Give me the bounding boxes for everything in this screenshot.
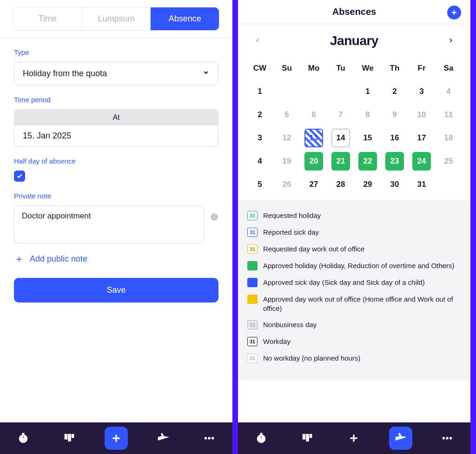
calendar-day[interactable]: 29 xyxy=(354,173,381,196)
calendar-day[interactable]: 28 xyxy=(327,173,354,196)
calendar-header-row: CW Su Mo Tu We Th Fr Sa xyxy=(246,57,462,80)
tab-absence[interactable]: Absence xyxy=(151,7,219,30)
calendar-day[interactable]: 31 xyxy=(408,173,435,196)
plus-icon: ＋ xyxy=(14,252,24,266)
page-title: Absences xyxy=(332,7,377,17)
legend-requested-holiday: 31 Requested holiday xyxy=(247,207,461,224)
cal-head-fr: Fr xyxy=(408,57,435,80)
private-note-value: Doctor appointment xyxy=(22,211,91,220)
calendar-day[interactable]: 20 xyxy=(300,150,327,173)
period-at-header[interactable]: At xyxy=(14,110,218,125)
calendar-day[interactable]: 21 xyxy=(327,150,354,173)
calendar-week-row: 5262728293031 xyxy=(246,173,462,196)
add-public-note[interactable]: ＋ Add public note xyxy=(14,243,218,268)
calendar-day[interactable]: 4 xyxy=(435,80,462,103)
bottom-nav-right xyxy=(238,422,470,454)
calendar-day[interactable]: 19 xyxy=(273,150,300,173)
calendar-day[interactable]: 6 xyxy=(300,103,327,126)
svg-rect-17 xyxy=(261,436,262,439)
svg-point-11 xyxy=(205,437,206,439)
calendar-day[interactable]: 7 xyxy=(327,103,354,126)
nav-absence-icon[interactable] xyxy=(152,427,174,449)
private-note-input[interactable]: Doctor appointment xyxy=(14,205,205,243)
nav-more-icon[interactable] xyxy=(436,427,458,449)
week-number: 5 xyxy=(246,173,273,196)
svg-point-25 xyxy=(446,437,448,439)
nav-add-icon[interactable] xyxy=(105,427,128,450)
calendar-week-row: 312131415161718 xyxy=(246,126,462,150)
svg-point-13 xyxy=(212,437,214,439)
calendar-day[interactable]: 23 xyxy=(381,150,408,173)
calendar-week-row: 11234 xyxy=(246,80,462,103)
week-number: 2 xyxy=(246,103,273,126)
calendar-day[interactable]: 24 xyxy=(408,150,435,173)
svg-rect-1 xyxy=(214,217,215,219)
calendar-day[interactable]: 18 xyxy=(435,126,462,150)
nav-more-icon[interactable] xyxy=(198,427,220,449)
cal-head-sa: Sa xyxy=(435,57,462,80)
nav-board-icon[interactable] xyxy=(296,427,318,449)
calendar-day[interactable]: 14 xyxy=(327,126,354,150)
calendar-day[interactable]: 12 xyxy=(273,126,300,150)
nav-timer-icon[interactable] xyxy=(250,427,272,449)
prev-month[interactable] xyxy=(252,36,263,46)
calendar-day[interactable]: 3 xyxy=(408,80,435,103)
tab-lumpsum[interactable]: Lumpsum xyxy=(82,7,151,30)
calendar-day[interactable]: 2 xyxy=(381,80,408,103)
legend-swatch: 31 xyxy=(247,211,258,220)
svg-rect-21 xyxy=(310,434,312,438)
calendar-day[interactable]: 9 xyxy=(381,103,408,126)
private-note-label: Private note xyxy=(14,192,218,200)
nav-absence-icon[interactable] xyxy=(389,427,412,450)
chevron-down-icon xyxy=(202,69,210,79)
nav-board-icon[interactable] xyxy=(58,427,80,449)
period-label: Time period xyxy=(14,96,218,104)
halfday-checkbox[interactable] xyxy=(14,171,25,182)
svg-rect-20 xyxy=(306,434,309,441)
calendar-day[interactable]: 16 xyxy=(381,126,408,150)
svg-rect-5 xyxy=(22,433,24,434)
period-date[interactable]: 15. Jan 2025 xyxy=(14,125,218,146)
save-button[interactable]: Save xyxy=(14,278,218,303)
legend: 31 Requested holiday 31 Reported sick da… xyxy=(238,200,470,380)
add-absence-button[interactable] xyxy=(447,6,461,20)
calendar-day[interactable]: 11 xyxy=(435,103,462,126)
legend-swatch: 31 xyxy=(247,228,258,237)
info-icon[interactable] xyxy=(210,213,218,224)
cal-head-cw: CW xyxy=(246,57,273,80)
calendar-day[interactable]: 25 xyxy=(435,150,462,173)
calendar-day[interactable]: 30 xyxy=(381,173,408,196)
calendar-day[interactable]: 5 xyxy=(273,103,300,126)
svg-point-12 xyxy=(208,437,210,439)
calendar-day[interactable]: 17 xyxy=(408,126,435,150)
add-public-label: Add public note xyxy=(30,254,87,264)
svg-point-24 xyxy=(443,437,444,439)
entry-type-tabs: Time Lumpsum Absence xyxy=(13,7,219,31)
calendar-day[interactable]: 13 xyxy=(300,126,327,150)
type-label: Type xyxy=(14,48,218,56)
next-month[interactable] xyxy=(445,36,456,46)
calendar-day[interactable]: 10 xyxy=(408,103,435,126)
calendar-day[interactable]: 15 xyxy=(354,126,381,150)
svg-rect-7 xyxy=(68,434,71,441)
legend-swatch xyxy=(247,278,258,287)
tab-time[interactable]: Time xyxy=(13,7,82,30)
calendar-grid: CW Su Mo Tu We Th Fr Sa 1123425678910113… xyxy=(238,54,470,200)
calendar-day[interactable]: 8 xyxy=(354,103,381,126)
nav-timer-icon[interactable] xyxy=(12,427,34,449)
week-number: 1 xyxy=(246,80,273,103)
legend-approved-holiday: Approved holiday (Holiday, Reduction of … xyxy=(247,257,461,274)
type-select[interactable]: Holiday from the quota xyxy=(14,62,218,86)
legend-approved-sick: Approved sick day (Sick day and Sick day… xyxy=(247,274,461,291)
cal-head-th: Th xyxy=(381,57,408,80)
legend-swatch: 31 xyxy=(247,354,258,363)
calendar-day[interactable]: 1 xyxy=(354,80,381,103)
nav-add-icon[interactable] xyxy=(343,427,365,449)
legend-nonbusiness: 31 Nonbusiness day xyxy=(247,316,461,333)
calendar-day xyxy=(435,173,462,196)
calendar-day[interactable]: 26 xyxy=(273,173,300,196)
svg-rect-18 xyxy=(260,433,262,434)
calendar-day[interactable]: 27 xyxy=(300,173,327,196)
calendar-day[interactable]: 22 xyxy=(354,150,381,173)
calendar-day xyxy=(273,80,300,103)
